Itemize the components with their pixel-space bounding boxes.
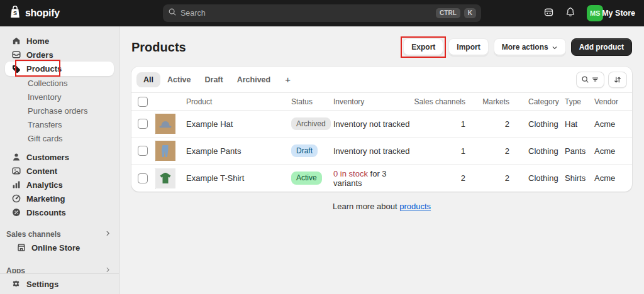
tab-all[interactable]: All (136, 72, 160, 87)
column-product[interactable]: Product (182, 97, 286, 106)
sidebar-item-transfers[interactable]: Transfers (5, 117, 114, 131)
pants-thumbnail (155, 141, 182, 161)
analytics-icon (11, 180, 21, 190)
home-icon (11, 36, 21, 46)
tab-draft[interactable]: Draft (198, 72, 230, 87)
vendor-value: Acme (594, 119, 632, 129)
apps-section[interactable]: Apps (5, 264, 114, 273)
sidebar-item-label: Customers (26, 153, 69, 162)
sales-channels-header: Sales channels (6, 230, 61, 239)
tag-icon (11, 64, 21, 74)
add-product-button[interactable]: Add product (571, 38, 632, 56)
sidebar-item-label: Discounts (26, 208, 66, 217)
sidebar-item-inventory[interactable]: Inventory (5, 90, 114, 104)
export-button-label: Export (411, 43, 435, 52)
sidebar-item-label: Orders (26, 50, 53, 60)
product-name[interactable]: Example Pants (182, 146, 286, 156)
tab-active[interactable]: Active (160, 72, 198, 87)
vendor-value: Acme (594, 146, 632, 156)
search-input[interactable] (180, 9, 432, 18)
category-value: Clothing (509, 173, 565, 183)
category-value: Clothing (509, 119, 565, 129)
more-actions-button[interactable]: More actions (494, 38, 566, 56)
table-row[interactable]: Example Hat Archived Inventory not track… (131, 111, 632, 138)
status-badge: Draft (291, 144, 318, 158)
row-checkbox[interactable] (138, 173, 148, 183)
page-title: Products (131, 40, 186, 55)
learn-more-text: Learn more about (333, 202, 399, 211)
sidebar-item-label: Transfers (28, 120, 62, 129)
sidebar-item-home[interactable]: Home (5, 34, 114, 48)
status-badge: Active (291, 172, 322, 185)
select-all-checkbox[interactable] (138, 97, 148, 107)
sidebar-item-label: Home (26, 36, 49, 46)
sales-channels-section[interactable]: Sales channels (5, 228, 114, 241)
global-search[interactable]: CTRL K (163, 4, 481, 22)
sidebar-item-settings[interactable]: Settings (0, 273, 119, 294)
column-status[interactable]: Status (286, 97, 330, 106)
sidebar-item-content[interactable]: Content (5, 164, 114, 178)
sidebar-item-analytics[interactable]: Analytics (5, 178, 114, 192)
sidekick-icon[interactable] (543, 7, 554, 20)
customers-icon (11, 152, 21, 162)
row-checkbox[interactable] (138, 146, 148, 156)
column-vendor[interactable]: Vendor (594, 97, 632, 106)
sidebar-item-purchase-orders[interactable]: Purchase orders (5, 104, 114, 117)
shopify-logo[interactable]: S shopify (9, 5, 60, 21)
column-category[interactable]: Category (509, 97, 565, 106)
sidebar-item-gift-cards[interactable]: Gift cards (5, 131, 114, 145)
sidebar-item-online-store[interactable]: Online Store (5, 241, 114, 254)
product-name[interactable]: Example T-Shirt (182, 173, 286, 183)
column-inventory[interactable]: Inventory (330, 97, 414, 106)
products-help-link[interactable]: products (399, 202, 431, 211)
sidebar-item-collections[interactable]: Collections (5, 76, 114, 90)
sort-button[interactable] (608, 72, 627, 88)
sidebar-item-label: Online Store (31, 243, 80, 253)
shopify-wordmark: shopify (25, 8, 60, 19)
type-value: Pants (565, 146, 594, 156)
markets-value: 2 (465, 119, 509, 129)
column-type[interactable]: Type (565, 97, 594, 106)
sidebar-item-discounts[interactable]: Discounts (5, 205, 114, 219)
sidebar-item-label: Gift cards (28, 134, 63, 143)
chevron-right-icon (104, 230, 111, 239)
search-icon (581, 75, 589, 84)
store-name: My Store (602, 9, 635, 18)
add-product-label: Add product (579, 43, 624, 52)
account-menu[interactable]: MS My Store (587, 5, 635, 21)
row-checkbox[interactable] (138, 119, 148, 129)
sidebar-item-marketing[interactable]: Marketing (5, 192, 114, 205)
export-button[interactable]: Export (403, 38, 443, 56)
discounts-icon (11, 207, 21, 217)
sidebar-item-label: Analytics (26, 180, 63, 190)
table-row[interactable]: Example T-Shirt Active 0 in stock for 3 … (131, 165, 632, 192)
column-sales-channels[interactable]: Sales channels (414, 97, 465, 106)
table-row[interactable]: Example Pants Draft Inventory not tracke… (131, 138, 632, 165)
sales-channels-value: 2 (414, 173, 465, 183)
k-key-badge: K (464, 8, 476, 18)
import-button[interactable]: Import (448, 38, 488, 56)
inventory-text: Inventory not tracked (333, 119, 409, 129)
sidebar-item-label: Purchase orders (28, 106, 87, 116)
shopify-bag-icon: S (9, 5, 21, 21)
sidebar-nav: Home Orders Products Collections Invento… (0, 26, 119, 273)
column-markets[interactable]: Markets (465, 97, 509, 106)
inventory-text: Inventory not tracked (333, 146, 409, 156)
category-value: Clothing (509, 146, 565, 156)
tab-archived[interactable]: Archived (230, 72, 278, 87)
product-name[interactable]: Example Hat (182, 119, 286, 129)
search-icon (168, 8, 177, 19)
content-icon (11, 166, 21, 176)
tshirt-thumbnail (155, 168, 182, 188)
type-value: Shirts (565, 173, 594, 183)
chevron-right-icon (104, 266, 111, 273)
sidebar-item-customers[interactable]: Customers (5, 150, 114, 164)
sidebar-item-orders[interactable]: Orders (5, 48, 114, 62)
avatar: MS (587, 5, 603, 21)
search-filter-button[interactable] (576, 72, 604, 88)
sidebar-item-label: Settings (26, 280, 58, 289)
sales-channels-value: 1 (414, 146, 465, 156)
notifications-bell-icon[interactable] (565, 7, 575, 19)
sidebar-item-products[interactable]: Products (5, 62, 114, 76)
add-view-button[interactable]: + (280, 72, 296, 87)
